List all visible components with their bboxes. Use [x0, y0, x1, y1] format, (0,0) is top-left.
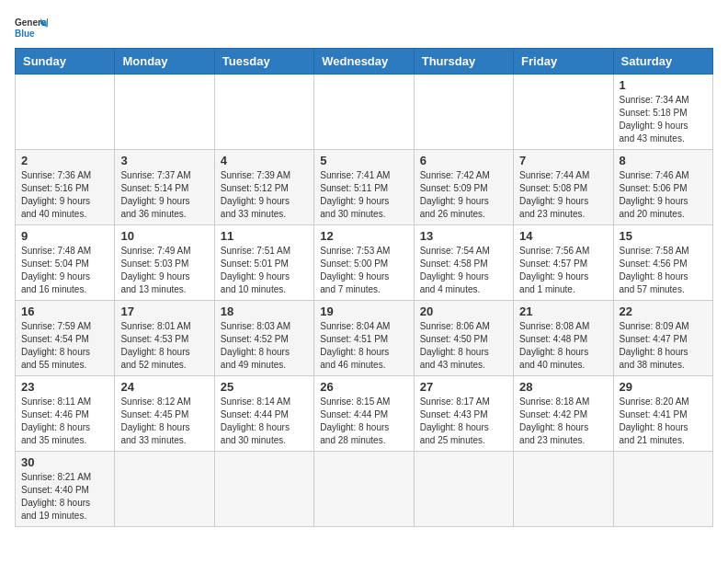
day-info: Sunrise: 7:41 AM Sunset: 5:11 PM Dayligh… [320, 169, 407, 221]
calendar-day-cell: 29Sunrise: 8:20 AM Sunset: 4:41 PM Dayli… [613, 376, 712, 452]
calendar-day-cell: 6Sunrise: 7:42 AM Sunset: 5:09 PM Daylig… [414, 150, 513, 225]
day-info: Sunrise: 7:44 AM Sunset: 5:08 PM Dayligh… [519, 169, 607, 221]
calendar-day-cell: 25Sunrise: 8:14 AM Sunset: 4:44 PM Dayli… [214, 376, 313, 452]
calendar-day-cell [214, 75, 313, 150]
calendar-header-row: SundayMondayTuesdayWednesdayThursdayFrid… [16, 49, 713, 75]
day-info: Sunrise: 8:20 AM Sunset: 4:41 PM Dayligh… [620, 396, 707, 447]
calendar-day-cell: 9Sunrise: 7:48 AM Sunset: 5:04 PM Daylig… [16, 225, 115, 301]
day-number: 7 [519, 154, 607, 167]
day-info: Sunrise: 7:53 AM Sunset: 5:00 PM Dayligh… [320, 245, 407, 296]
calendar-day-cell: 4Sunrise: 7:39 AM Sunset: 5:12 PM Daylig… [214, 150, 313, 225]
calendar-day-cell: 15Sunrise: 7:58 AM Sunset: 4:56 PM Dayli… [613, 225, 712, 301]
day-info: Sunrise: 8:08 AM Sunset: 4:48 PM Dayligh… [519, 320, 607, 372]
calendar-day-cell: 5Sunrise: 7:41 AM Sunset: 5:11 PM Daylig… [314, 150, 414, 225]
calendar-day-cell: 13Sunrise: 7:54 AM Sunset: 4:58 PM Dayli… [414, 225, 513, 301]
calendar-week-row: 1Sunrise: 7:34 AM Sunset: 5:18 PM Daylig… [16, 75, 713, 150]
logo: General Blue [15, 15, 51, 40]
calendar-day-cell [314, 75, 414, 150]
calendar-day-cell: 2Sunrise: 7:36 AM Sunset: 5:16 PM Daylig… [16, 150, 115, 225]
calendar-day-cell: 17Sunrise: 8:01 AM Sunset: 4:53 PM Dayli… [115, 301, 214, 376]
calendar-week-row: 30Sunrise: 8:21 AM Sunset: 4:40 PM Dayli… [16, 452, 713, 527]
day-info: Sunrise: 7:46 AM Sunset: 5:06 PM Dayligh… [620, 169, 707, 221]
day-number: 4 [221, 154, 308, 167]
day-number: 19 [320, 304, 407, 318]
calendar-day-cell: 14Sunrise: 7:56 AM Sunset: 4:57 PM Dayli… [514, 225, 613, 301]
day-info: Sunrise: 8:01 AM Sunset: 4:53 PM Dayligh… [120, 320, 208, 372]
calendar-day-cell: 21Sunrise: 8:08 AM Sunset: 4:48 PM Dayli… [514, 301, 613, 376]
day-info: Sunrise: 8:12 AM Sunset: 4:45 PM Dayligh… [120, 396, 208, 447]
svg-text:Blue: Blue [15, 29, 35, 39]
day-info: Sunrise: 7:37 AM Sunset: 5:14 PM Dayligh… [120, 169, 208, 221]
day-number: 12 [320, 229, 407, 243]
day-info: Sunrise: 8:18 AM Sunset: 4:42 PM Dayligh… [519, 396, 607, 447]
day-info: Sunrise: 8:14 AM Sunset: 4:44 PM Dayligh… [221, 396, 308, 447]
calendar-day-cell: 23Sunrise: 8:11 AM Sunset: 4:46 PM Dayli… [16, 376, 115, 452]
day-info: Sunrise: 7:58 AM Sunset: 4:56 PM Dayligh… [620, 245, 707, 296]
calendar-week-row: 23Sunrise: 8:11 AM Sunset: 4:46 PM Dayli… [16, 376, 713, 452]
calendar-day-cell [115, 452, 214, 527]
day-number: 22 [620, 304, 707, 318]
day-number: 27 [420, 380, 507, 394]
calendar-table: SundayMondayTuesdayWednesdayThursdayFrid… [15, 48, 713, 527]
weekday-header: Wednesday [314, 49, 414, 75]
day-number: 16 [21, 304, 108, 318]
day-number: 3 [120, 154, 208, 167]
calendar-day-cell [16, 75, 115, 150]
calendar-day-cell: 20Sunrise: 8:06 AM Sunset: 4:50 PM Dayli… [414, 301, 513, 376]
day-info: Sunrise: 7:51 AM Sunset: 5:01 PM Dayligh… [221, 245, 308, 296]
calendar-day-cell [115, 75, 214, 150]
calendar-day-cell: 12Sunrise: 7:53 AM Sunset: 5:00 PM Dayli… [314, 225, 414, 301]
calendar-day-cell: 24Sunrise: 8:12 AM Sunset: 4:45 PM Dayli… [115, 376, 214, 452]
calendar-day-cell: 18Sunrise: 8:03 AM Sunset: 4:52 PM Dayli… [214, 301, 313, 376]
day-info: Sunrise: 7:48 AM Sunset: 5:04 PM Dayligh… [21, 245, 108, 296]
day-number: 21 [519, 304, 607, 318]
day-number: 25 [221, 380, 308, 394]
day-info: Sunrise: 7:34 AM Sunset: 5:18 PM Dayligh… [620, 94, 707, 145]
day-info: Sunrise: 7:49 AM Sunset: 5:03 PM Dayligh… [120, 245, 208, 296]
day-number: 29 [620, 380, 707, 394]
day-number: 5 [320, 154, 407, 167]
day-number: 14 [519, 229, 607, 243]
calendar-day-cell [414, 452, 513, 527]
day-number: 26 [320, 380, 407, 394]
day-info: Sunrise: 7:36 AM Sunset: 5:16 PM Dayligh… [21, 169, 108, 221]
day-number: 8 [620, 154, 707, 167]
day-number: 28 [519, 380, 607, 394]
day-info: Sunrise: 8:04 AM Sunset: 4:51 PM Dayligh… [320, 320, 407, 372]
day-number: 23 [21, 380, 108, 394]
day-number: 15 [620, 229, 707, 243]
calendar-day-cell: 26Sunrise: 8:15 AM Sunset: 4:44 PM Dayli… [314, 376, 414, 452]
day-info: Sunrise: 7:39 AM Sunset: 5:12 PM Dayligh… [221, 169, 308, 221]
calendar-day-cell: 16Sunrise: 7:59 AM Sunset: 4:54 PM Dayli… [16, 301, 115, 376]
calendar-week-row: 2Sunrise: 7:36 AM Sunset: 5:16 PM Daylig… [16, 150, 713, 225]
day-info: Sunrise: 8:11 AM Sunset: 4:46 PM Dayligh… [21, 396, 108, 447]
day-info: Sunrise: 8:09 AM Sunset: 4:47 PM Dayligh… [620, 320, 707, 372]
day-number: 17 [120, 304, 208, 318]
day-info: Sunrise: 7:42 AM Sunset: 5:09 PM Dayligh… [420, 169, 507, 221]
calendar-day-cell [214, 452, 313, 527]
calendar-day-cell: 11Sunrise: 7:51 AM Sunset: 5:01 PM Dayli… [214, 225, 313, 301]
day-number: 13 [420, 229, 507, 243]
day-number: 1 [620, 78, 707, 92]
day-number: 6 [420, 154, 507, 167]
calendar-day-cell: 28Sunrise: 8:18 AM Sunset: 4:42 PM Dayli… [514, 376, 613, 452]
weekday-header: Saturday [613, 49, 712, 75]
day-info: Sunrise: 7:59 AM Sunset: 4:54 PM Dayligh… [21, 320, 108, 372]
page-header: General Blue [15, 15, 713, 40]
weekday-header: Friday [514, 49, 613, 75]
calendar-day-cell: 30Sunrise: 8:21 AM Sunset: 4:40 PM Dayli… [16, 452, 115, 527]
weekday-header: Thursday [414, 49, 513, 75]
day-number: 18 [221, 304, 308, 318]
day-number: 9 [21, 229, 108, 243]
day-info: Sunrise: 8:06 AM Sunset: 4:50 PM Dayligh… [420, 320, 507, 372]
calendar-day-cell: 19Sunrise: 8:04 AM Sunset: 4:51 PM Dayli… [314, 301, 414, 376]
calendar-day-cell [414, 75, 513, 150]
calendar-day-cell: 7Sunrise: 7:44 AM Sunset: 5:08 PM Daylig… [514, 150, 613, 225]
calendar-week-row: 9Sunrise: 7:48 AM Sunset: 5:04 PM Daylig… [16, 225, 713, 301]
weekday-header: Sunday [16, 49, 115, 75]
weekday-header: Monday [115, 49, 214, 75]
day-number: 24 [120, 380, 208, 394]
calendar-week-row: 16Sunrise: 7:59 AM Sunset: 4:54 PM Dayli… [16, 301, 713, 376]
calendar-day-cell [514, 75, 613, 150]
calendar-day-cell [613, 452, 712, 527]
